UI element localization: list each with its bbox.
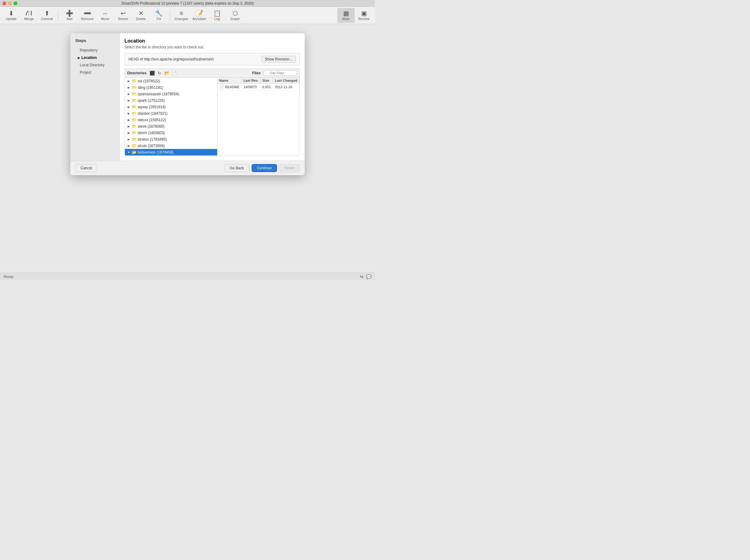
changes-button[interactable]: ≡ Changes	[173, 8, 190, 23]
file-filter-input[interactable]	[263, 70, 297, 76]
dir-tree-item[interactable]: ▶📁steve (1876060)	[125, 123, 217, 129]
step-arrow-local	[78, 63, 79, 67]
log-label: Log	[214, 17, 220, 21]
url-bar: HEAD of http://svn.apache.org/repos/asf/…	[125, 53, 300, 65]
dir-tree-item[interactable]: ▶📁sqoop (1851614)	[125, 104, 217, 110]
folder-icon: 📁	[132, 85, 137, 90]
tree-arrow-icon: ▶	[127, 99, 130, 102]
dir-tree-item[interactable]: ▶📁stratos (1783495)	[125, 136, 217, 142]
step-label-location: Location	[81, 56, 97, 60]
graph-label: Graph	[230, 17, 240, 21]
continue-button[interactable]: Continue	[252, 164, 277, 172]
col-last-changed: Last Changed	[273, 78, 300, 84]
steps-panel: Steps Repository ▶ Location Local Direct…	[70, 33, 120, 161]
cancel-button[interactable]: Cancel	[75, 164, 97, 172]
review-button[interactable]: ▣ Review	[355, 8, 372, 23]
folder-icon: 📁	[132, 98, 137, 103]
step-repository[interactable]: Repository	[70, 46, 119, 54]
merge-button[interactable]: ⛙ Merge	[20, 8, 38, 23]
refresh-icon[interactable]: ↻	[156, 70, 163, 76]
tree-arrow-icon: ▶	[127, 112, 130, 115]
dialog-title: Location	[125, 38, 300, 44]
main-button[interactable]: ▦ Main	[337, 8, 354, 23]
dir-tree-item[interactable]: ▶📁sling (1851181)	[125, 84, 217, 91]
sync-icon[interactable]: ⇆	[360, 274, 364, 279]
new-folder-icon[interactable]: 📄	[171, 70, 177, 76]
toolbar-group-view: ≡ Changes 📝 Annotate 📋 Log ⬡ Graph	[173, 8, 244, 23]
steps-title: Steps	[70, 38, 119, 46]
show-revision-button[interactable]: Show Revision...	[262, 56, 296, 63]
dir-name: sqoop (1851614)	[138, 105, 166, 109]
remove-button[interactable]: ➖ Remove	[79, 8, 96, 23]
step-local-directory[interactable]: Local Directory	[70, 61, 119, 69]
tree-arrow-icon: ▶	[127, 86, 130, 89]
annotate-button[interactable]: 📝 Annotate	[190, 8, 208, 23]
dir-name: stanbol (1847921)	[138, 111, 168, 116]
move-button[interactable]: ↔ Move	[97, 8, 114, 23]
add-icon: ➕	[66, 10, 74, 16]
directory-tree: ▶📁sis (1878522)▶📁sling (1851181)▶📁spamas…	[125, 78, 218, 155]
url-display: HEAD of http://svn.apache.org/repos/asf/…	[128, 57, 214, 61]
commit-icon: ⬆	[44, 10, 50, 16]
step-arrow-location: ▶	[78, 56, 80, 60]
tree-arrow-icon: ▶	[127, 144, 130, 147]
remove-icon: ➖	[84, 10, 91, 16]
folder-icon: 📁	[132, 92, 137, 96]
dir-name: spark (1751226)	[138, 98, 165, 103]
dir-tree-item[interactable]: ▼📂subversion (1878458)	[125, 149, 217, 155]
finish-button: Finish	[279, 164, 300, 172]
log-button[interactable]: 📋 Log	[208, 8, 226, 23]
fix-label: Fix	[157, 17, 161, 21]
graph-button[interactable]: ⬡ Graph	[226, 8, 244, 23]
maximize-button[interactable]	[14, 2, 17, 5]
file-last-rev: 1409873	[241, 84, 260, 91]
dir-tree-item[interactable]: ▶📁stanbol (1847921)	[125, 110, 217, 117]
tree-arrow-icon: ▶	[127, 138, 130, 141]
main-content: Steps Repository ▶ Location Local Direct…	[0, 24, 375, 273]
browser-area: Directories ⬛ ↻ 📂 📄 Files 🔍	[125, 68, 300, 156]
delete-button[interactable]: ✕ Delete	[132, 8, 149, 23]
folder-icon: 📁	[132, 131, 137, 135]
step-location[interactable]: ▶ Location	[70, 54, 119, 61]
folder-icon: 📁	[132, 143, 137, 148]
dir-tree-item[interactable]: ▶📁storm (1803803)	[125, 129, 217, 136]
content-panel: Location Select the file or directory yo…	[120, 33, 305, 161]
update-button[interactable]: ⬇ Update	[2, 8, 20, 23]
add-button[interactable]: ➕ Add	[61, 8, 78, 23]
file-size: 6,651	[260, 84, 273, 91]
revert-button[interactable]: ↩ Revert	[115, 8, 132, 23]
dir-tree-item[interactable]: ▶📁sis (1878522)	[125, 78, 217, 84]
file-last-changed: 2012-11-16	[273, 84, 300, 91]
dialog-subtitle: Select the file or directory you want to…	[125, 45, 300, 49]
files-table-header: Name Last Rev. Size Last Changed	[218, 78, 300, 84]
statusbar: Ready ⇆ 💬	[0, 273, 375, 280]
review-label: Review	[358, 17, 369, 21]
titlebar: SmartSVN Professional 12 preview 7 (1337…	[0, 0, 375, 7]
graph-icon: ⬡	[232, 10, 238, 16]
close-button[interactable]	[2, 2, 6, 5]
commit-button[interactable]: ⬆ Commit	[38, 8, 56, 23]
merge-icon: ⛙	[26, 10, 32, 16]
fix-button[interactable]: 🔧 Fix	[150, 8, 167, 23]
commit-label: Commit	[41, 17, 53, 21]
dir-tree-item[interactable]: ▶📁spark (1751226)	[125, 97, 217, 104]
step-project[interactable]: Project	[70, 69, 119, 76]
browser-toolbar: Directories ⬛ ↻ 📂 📄 Files 🔍	[125, 69, 300, 78]
dir-tree-item[interactable]: ▶📁struts (1672658)	[125, 142, 217, 149]
review-icon: ▣	[361, 10, 367, 16]
update-label: Update	[5, 17, 16, 21]
fix-icon: 🔧	[155, 10, 163, 16]
minimize-button[interactable]	[8, 2, 12, 5]
file-name: 📄 README	[218, 84, 242, 91]
dir-tree-item[interactable]: ▶📁stdcxx (1595122)	[125, 117, 217, 123]
add-label: Add	[66, 17, 73, 21]
chat-icon[interactable]: 💬	[366, 274, 371, 279]
file-row[interactable]: 📄 README14098736,6512012-11-16	[218, 84, 300, 91]
folder-open-icon[interactable]: 📂	[164, 70, 170, 76]
footer-right: Go Back Continue Finish	[224, 164, 300, 172]
folder-icon: 📁	[132, 137, 137, 142]
stop-icon[interactable]: ⬛	[149, 70, 155, 76]
update-icon: ⬇	[8, 10, 14, 16]
dir-tree-item[interactable]: ▶📁spamassassin (1878554)	[125, 91, 217, 97]
go-back-button[interactable]: Go Back	[224, 164, 249, 172]
